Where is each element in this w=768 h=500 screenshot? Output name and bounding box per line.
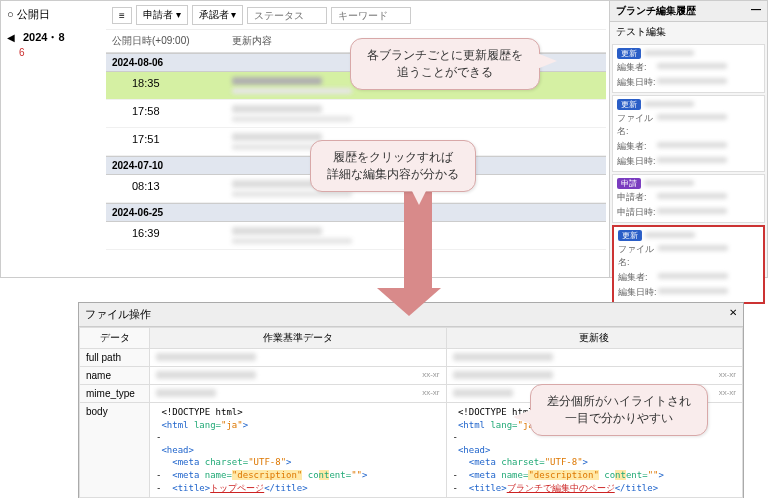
callout-click-detail: 履歴をクリックすれば詳細な編集内容が分かる: [310, 140, 476, 192]
minimize-icon[interactable]: —: [751, 4, 761, 18]
col-after: 更新後: [446, 328, 743, 349]
history-item[interactable]: 申請 申請者:申請日時:: [612, 174, 765, 223]
sidebar-title: ブランチ編集履歴: [616, 4, 696, 18]
diff-before: <!DOCTYPE html> <html lang="ja">- <head>…: [150, 403, 447, 498]
publish-date-label: ○ 公開日: [7, 7, 100, 22]
list-view-button[interactable]: ≡: [112, 7, 132, 24]
date-group: 2024-06-25: [106, 203, 606, 222]
col-update-content: 更新内容: [232, 34, 272, 48]
history-row[interactable]: 16:39: [106, 222, 606, 250]
history-item[interactable]: 更新 編集者:編集日時:: [612, 44, 765, 93]
history-item[interactable]: 更新 ファイル名:編集者:編集日時:: [612, 225, 765, 304]
col-publish-time: 公開日時(+09:00): [112, 34, 232, 48]
status-input[interactable]: [247, 7, 327, 24]
file-op-title: ファイル操作: [85, 307, 151, 322]
keyword-input[interactable]: [331, 7, 411, 24]
calendar-day[interactable]: 6: [19, 47, 100, 58]
month-label: 2024・8: [23, 30, 65, 45]
row-mime: mime_type: [80, 385, 150, 403]
col-data: データ: [80, 328, 150, 349]
history-row[interactable]: 17:58: [106, 100, 606, 128]
applicant-filter[interactable]: 申請者 ▾: [136, 5, 188, 25]
row-body: body: [80, 403, 150, 498]
prev-month-icon[interactable]: ◀: [7, 32, 15, 43]
row-fullpath: full path: [80, 349, 150, 367]
history-item[interactable]: 更新 ファイル名:編集者:編集日時:: [612, 95, 765, 172]
callout-branch-history: 各ブランチごとに更新履歴を追うことができる: [350, 38, 540, 90]
col-base: 作業基準データ: [150, 328, 447, 349]
callout-highlight: 差分個所がハイライトされ一目で分かりやすい: [530, 384, 708, 436]
close-icon[interactable]: ✕: [729, 307, 737, 322]
approver-filter[interactable]: 承認者 ▾: [192, 5, 244, 25]
sidebar-subtitle: テスト編集: [610, 22, 767, 42]
row-name: name: [80, 367, 150, 385]
